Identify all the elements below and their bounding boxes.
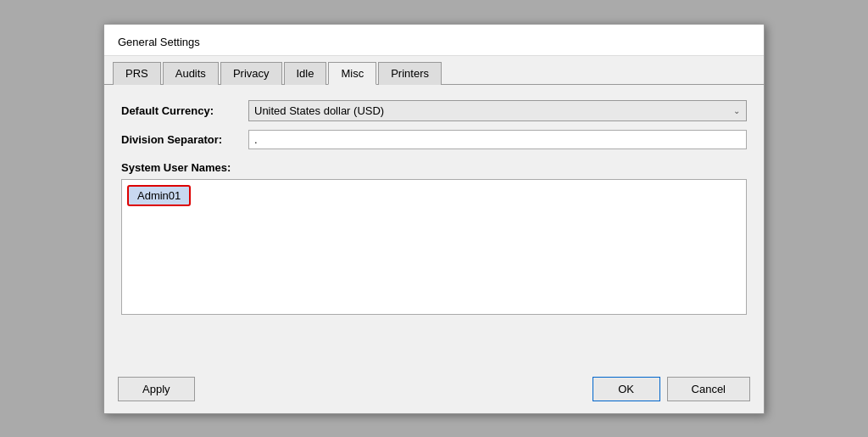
footer-left: Apply bbox=[118, 377, 195, 401]
user-list-area: Admin01 bbox=[121, 179, 747, 315]
tab-prs[interactable]: PRS bbox=[113, 62, 161, 85]
division-control bbox=[248, 130, 747, 149]
user-item-admin01[interactable]: Admin01 bbox=[127, 185, 191, 206]
tab-printers[interactable]: Printers bbox=[378, 62, 442, 85]
division-input[interactable] bbox=[248, 130, 747, 149]
tab-misc[interactable]: Misc bbox=[328, 62, 376, 85]
currency-select[interactable]: United States dollar (USD) bbox=[248, 100, 747, 121]
dialog-footer: Apply OK Cancel bbox=[104, 368, 764, 413]
dialog-title-text: General Settings bbox=[118, 36, 200, 48]
footer-right: OK Cancel bbox=[593, 377, 750, 401]
general-settings-dialog: General Settings PRS Audits Privacy Idle… bbox=[103, 24, 765, 414]
tab-bar: PRS Audits Privacy Idle Misc Printers bbox=[104, 56, 764, 85]
tab-privacy[interactable]: Privacy bbox=[220, 62, 282, 85]
tab-idle[interactable]: Idle bbox=[284, 62, 327, 85]
user-names-label: System User Names: bbox=[121, 161, 747, 174]
dialog-title: General Settings bbox=[104, 25, 764, 56]
tab-misc-content: Default Currency: United States dollar (… bbox=[104, 85, 764, 368]
currency-row: Default Currency: United States dollar (… bbox=[121, 100, 747, 121]
currency-select-wrapper: United States dollar (USD) ⌄ bbox=[248, 100, 747, 121]
currency-control: United States dollar (USD) ⌄ bbox=[248, 100, 747, 121]
tab-audits[interactable]: Audits bbox=[163, 62, 219, 85]
division-label: Division Separator: bbox=[121, 133, 248, 146]
apply-button[interactable]: Apply bbox=[118, 377, 195, 401]
division-row: Division Separator: bbox=[121, 130, 747, 149]
cancel-button[interactable]: Cancel bbox=[667, 377, 750, 401]
ok-button[interactable]: OK bbox=[593, 377, 660, 401]
currency-label: Default Currency: bbox=[121, 104, 248, 117]
